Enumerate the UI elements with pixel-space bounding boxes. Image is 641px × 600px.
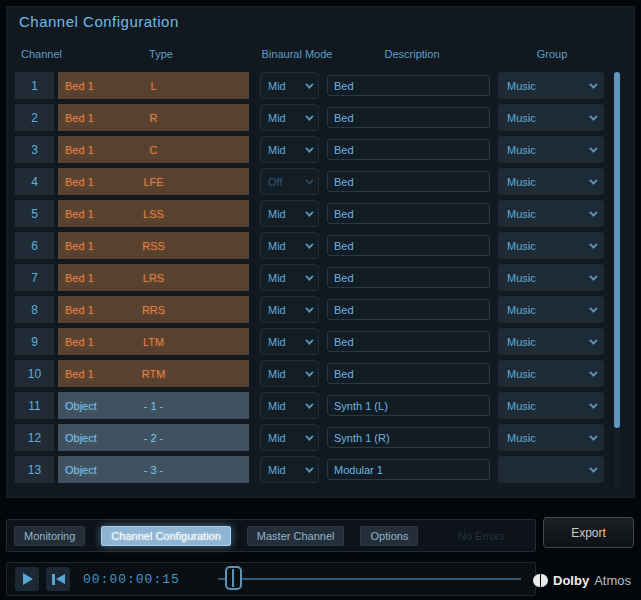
binaural-mode-select[interactable]: Mid [260, 424, 319, 451]
dolby-atmos-logo: Dolby Atmos [533, 571, 631, 589]
group-select[interactable]: Music [498, 360, 604, 387]
chevron-down-icon [589, 272, 597, 280]
group-select[interactable]: Music [498, 104, 604, 131]
description-input[interactable]: Modular 1 [327, 459, 490, 480]
group-select[interactable]: Music [498, 328, 604, 355]
binaural-mode-select[interactable]: Mid [260, 264, 319, 291]
chevron-down-icon [589, 80, 597, 88]
group-select[interactable] [498, 456, 604, 483]
chevron-down-icon [589, 208, 597, 216]
binaural-mode-select[interactable]: Mid [260, 72, 319, 99]
description-input[interactable]: Bed [327, 203, 490, 224]
chevron-down-icon [305, 80, 313, 88]
chevron-down-icon [305, 144, 313, 152]
chevron-down-icon [589, 144, 597, 152]
type-label: - 3 - [58, 464, 249, 476]
brand-name: Dolby [553, 573, 589, 588]
channel-type-cell: Object - 3 - [58, 456, 249, 483]
type-label: RSS [58, 240, 249, 252]
channel-number: 7 [15, 264, 54, 291]
group-select[interactable]: Music [498, 424, 604, 451]
channel-type-cell: Object - 1 - [58, 392, 249, 419]
binaural-mode-select[interactable]: Mid [260, 392, 319, 419]
chevron-down-icon [305, 368, 313, 376]
chevron-down-icon [305, 400, 313, 408]
timeline-track[interactable] [218, 578, 521, 580]
channel-number: 9 [15, 328, 54, 355]
channel-type-cell: Bed 1 LSS [58, 200, 249, 227]
channel-number: 1 [15, 72, 54, 99]
table-row: 8 Bed 1 RRS Mid Bed Music [15, 296, 615, 323]
binaural-mode-select[interactable]: Mid [260, 296, 319, 323]
play-icon [23, 573, 33, 585]
description-input[interactable]: Bed [327, 139, 490, 160]
tab-options[interactable]: Options [360, 526, 418, 546]
table-row: 13 Object - 3 - Mid Modular 1 [15, 456, 615, 483]
description-input[interactable]: Bed [327, 363, 490, 384]
channel-type-cell: Bed 1 RRS [58, 296, 249, 323]
table-row: 7 Bed 1 LRS Mid Bed Music [15, 264, 615, 291]
channel-type-cell: Bed 1 LRS [58, 264, 249, 291]
tab-monitoring[interactable]: Monitoring [14, 526, 85, 546]
channel-type-cell: Bed 1 RSS [58, 232, 249, 259]
chevron-down-icon [305, 240, 313, 248]
description-input[interactable]: Synth 1 (L) [327, 395, 490, 416]
group-select[interactable]: Music [498, 72, 604, 99]
tab-channel-configuration[interactable]: Channel Configuration [101, 526, 230, 546]
type-label: - 1 - [58, 400, 249, 412]
binaural-mode-select[interactable]: Mid [260, 360, 319, 387]
table-row: 1 Bed 1 L Mid Bed Music [15, 72, 615, 99]
binaural-mode-select[interactable]: Mid [260, 104, 319, 131]
binaural-mode-select[interactable]: Mid [260, 136, 319, 163]
page-title: Channel Configuration [19, 13, 179, 30]
description-input[interactable]: Bed [327, 171, 490, 192]
chevron-down-icon [305, 176, 313, 184]
timeline-slider-handle[interactable] [225, 566, 242, 590]
binaural-mode-select[interactable]: Mid [260, 200, 319, 227]
chevron-down-icon [589, 304, 597, 312]
header-description: Description [352, 48, 472, 60]
description-input[interactable]: Synth 1 (R) [327, 427, 490, 448]
binaural-mode-select[interactable]: Mid [260, 456, 319, 483]
tab-master-channel[interactable]: Master Channel [247, 526, 345, 546]
description-input[interactable]: Bed [327, 331, 490, 352]
header-type: Type [121, 48, 201, 60]
dolby-double-d-icon [533, 574, 548, 587]
channel-number: 2 [15, 104, 54, 131]
group-select[interactable]: Music [498, 264, 604, 291]
binaural-mode-select[interactable]: Off [260, 168, 319, 195]
chevron-down-icon [589, 432, 597, 440]
type-label: - 2 - [58, 432, 249, 444]
timecode-display: 00:00:00:15 [83, 572, 180, 587]
group-select[interactable]: Music [498, 296, 604, 323]
channel-type-cell: Bed 1 C [58, 136, 249, 163]
description-input[interactable]: Bed [327, 299, 490, 320]
status-badge: No Errors [458, 530, 505, 542]
chevron-down-icon [305, 304, 313, 312]
skip-to-start-button[interactable] [46, 567, 70, 591]
group-select[interactable]: Music [498, 232, 604, 259]
table-scrollbar[interactable] [614, 72, 620, 490]
description-input[interactable]: Bed [327, 267, 490, 288]
binaural-mode-select[interactable]: Mid [260, 328, 319, 355]
scrollbar-thumb[interactable] [614, 72, 620, 428]
timeline-slider[interactable] [218, 563, 523, 595]
description-input[interactable]: Bed [327, 75, 490, 96]
channel-number: 13 [15, 456, 54, 483]
group-select[interactable]: Music [498, 136, 604, 163]
description-input[interactable]: Bed [327, 235, 490, 256]
type-label: RTM [58, 368, 249, 380]
export-button[interactable]: Export [543, 517, 634, 548]
table-row: 4 Bed 1 LFE Off Bed Music [15, 168, 615, 195]
channel-type-cell: Bed 1 R [58, 104, 249, 131]
play-button[interactable] [15, 567, 39, 591]
group-select[interactable]: Music [498, 392, 604, 419]
description-input[interactable]: Bed [327, 107, 490, 128]
group-select[interactable]: Music [498, 168, 604, 195]
chevron-down-icon [305, 112, 313, 120]
chevron-down-icon [589, 368, 597, 376]
table-row: 10 Bed 1 RTM Mid Bed Music [15, 360, 615, 387]
chevron-down-icon [589, 400, 597, 408]
binaural-mode-select[interactable]: Mid [260, 232, 319, 259]
group-select[interactable]: Music [498, 200, 604, 227]
